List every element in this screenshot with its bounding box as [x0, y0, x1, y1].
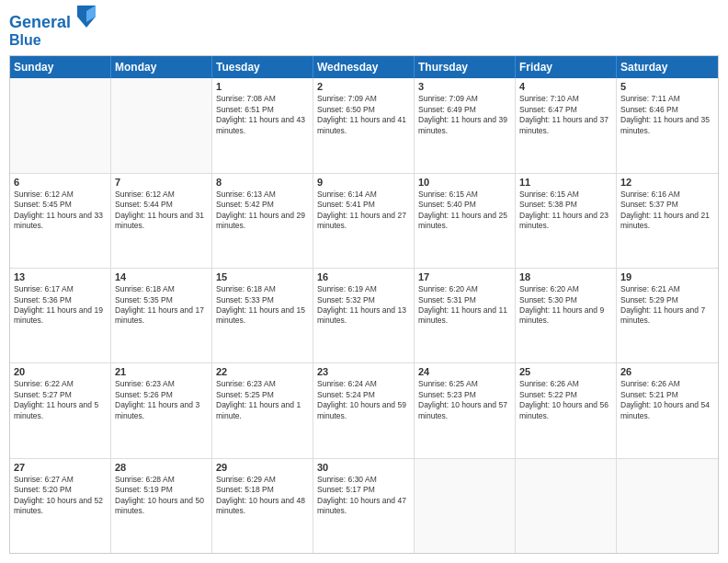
day-info: Sunrise: 6:28 AMSunset: 5:19 PMDaylight:…: [115, 475, 208, 517]
header-day-thursday: Thursday: [415, 56, 516, 78]
day-number: 10: [418, 177, 511, 188]
day-number: 6: [14, 177, 107, 188]
day-cell-14: 14Sunrise: 6:18 AMSunset: 5:35 PMDayligh…: [111, 269, 212, 362]
day-number: 25: [519, 366, 612, 377]
day-cell-18: 18Sunrise: 6:20 AMSunset: 5:30 PMDayligh…: [516, 269, 617, 362]
day-number: 22: [216, 366, 309, 377]
empty-cell: [415, 459, 516, 553]
day-cell-3: 3Sunrise: 7:09 AMSunset: 6:49 PMDaylight…: [415, 78, 516, 172]
day-cell-9: 9Sunrise: 6:14 AMSunset: 5:41 PMDaylight…: [313, 174, 415, 268]
day-info: Sunrise: 6:19 AMSunset: 5:32 PMDaylight:…: [317, 284, 410, 327]
day-number: 30: [317, 462, 410, 473]
day-number: 7: [115, 177, 208, 188]
day-number: 4: [519, 81, 612, 92]
day-number: 12: [620, 177, 714, 188]
header: General Blue: [9, 9, 719, 48]
header-day-sunday: Sunday: [10, 56, 111, 78]
page: General Blue SundayMondayTuesdayWednesda…: [0, 0, 728, 563]
day-number: 18: [519, 271, 612, 282]
day-number: 20: [14, 366, 107, 377]
day-cell-17: 17Sunrise: 6:20 AMSunset: 5:31 PMDayligh…: [415, 269, 516, 362]
day-info: Sunrise: 6:20 AMSunset: 5:31 PMDaylight:…: [418, 284, 511, 327]
day-info: Sunrise: 7:10 AMSunset: 6:47 PMDaylight:…: [519, 94, 612, 136]
day-info: Sunrise: 6:29 AMSunset: 5:18 PMDaylight:…: [216, 475, 309, 517]
logo: General Blue: [9, 9, 96, 48]
day-cell-4: 4Sunrise: 7:10 AMSunset: 6:47 PMDaylight…: [516, 78, 617, 172]
day-info: Sunrise: 6:22 AMSunset: 5:27 PMDaylight:…: [14, 379, 107, 421]
day-number: 21: [115, 366, 208, 377]
day-cell-15: 15Sunrise: 6:18 AMSunset: 5:33 PMDayligh…: [212, 269, 313, 362]
day-cell-30: 30Sunrise: 6:30 AMSunset: 5:17 PMDayligh…: [313, 459, 415, 553]
calendar-row-1: 1Sunrise: 7:08 AMSunset: 6:51 PMDaylight…: [10, 78, 718, 173]
day-info: Sunrise: 7:08 AMSunset: 6:51 PMDaylight:…: [216, 94, 309, 136]
day-info: Sunrise: 6:23 AMSunset: 5:25 PMDaylight:…: [216, 379, 309, 421]
logo-text: General: [9, 9, 96, 32]
day-info: Sunrise: 6:18 AMSunset: 5:35 PMDaylight:…: [115, 284, 208, 327]
day-cell-8: 8Sunrise: 6:13 AMSunset: 5:42 PMDaylight…: [212, 174, 313, 268]
day-cell-27: 27Sunrise: 6:27 AMSunset: 5:20 PMDayligh…: [10, 459, 111, 553]
day-cell-24: 24Sunrise: 6:25 AMSunset: 5:23 PMDayligh…: [415, 363, 516, 457]
header-day-tuesday: Tuesday: [212, 56, 313, 78]
calendar-body: 1Sunrise: 7:08 AMSunset: 6:51 PMDaylight…: [10, 78, 718, 553]
day-cell-29: 29Sunrise: 6:29 AMSunset: 5:18 PMDayligh…: [212, 459, 313, 553]
day-cell-2: 2Sunrise: 7:09 AMSunset: 6:50 PMDaylight…: [313, 78, 415, 172]
day-number: 28: [115, 462, 208, 473]
calendar-row-5: 27Sunrise: 6:27 AMSunset: 5:20 PMDayligh…: [10, 459, 718, 553]
day-number: 8: [216, 177, 309, 188]
day-info: Sunrise: 6:16 AMSunset: 5:37 PMDaylight:…: [620, 190, 714, 232]
day-number: 19: [620, 271, 714, 282]
day-info: Sunrise: 6:12 AMSunset: 5:45 PMDaylight:…: [14, 190, 107, 232]
day-number: 17: [418, 271, 511, 282]
day-cell-12: 12Sunrise: 6:16 AMSunset: 5:37 PMDayligh…: [617, 174, 718, 268]
day-number: 1: [216, 81, 309, 92]
day-info: Sunrise: 7:09 AMSunset: 6:49 PMDaylight:…: [418, 94, 511, 136]
day-number: 27: [14, 462, 107, 473]
day-number: 5: [620, 81, 714, 92]
day-cell-1: 1Sunrise: 7:08 AMSunset: 6:51 PMDaylight…: [212, 78, 313, 172]
day-cell-26: 26Sunrise: 6:26 AMSunset: 5:21 PMDayligh…: [617, 363, 718, 457]
day-cell-19: 19Sunrise: 6:21 AMSunset: 5:29 PMDayligh…: [617, 269, 718, 362]
logo-blue: Blue: [9, 32, 96, 49]
day-info: Sunrise: 6:24 AMSunset: 5:24 PMDaylight:…: [317, 379, 410, 421]
day-info: Sunrise: 7:09 AMSunset: 6:50 PMDaylight:…: [317, 94, 410, 136]
header-day-monday: Monday: [111, 56, 212, 78]
day-info: Sunrise: 6:15 AMSunset: 5:38 PMDaylight:…: [519, 190, 612, 232]
day-number: 23: [317, 366, 410, 377]
day-info: Sunrise: 6:25 AMSunset: 5:23 PMDaylight:…: [418, 379, 511, 421]
day-info: Sunrise: 6:18 AMSunset: 5:33 PMDaylight:…: [216, 284, 309, 327]
calendar-row-3: 13Sunrise: 6:17 AMSunset: 5:36 PMDayligh…: [10, 269, 718, 363]
logo-icon: [77, 6, 96, 28]
empty-cell: [111, 78, 212, 172]
day-cell-25: 25Sunrise: 6:26 AMSunset: 5:22 PMDayligh…: [516, 363, 617, 457]
day-number: 14: [115, 271, 208, 282]
empty-cell: [10, 78, 111, 172]
day-info: Sunrise: 6:30 AMSunset: 5:17 PMDaylight:…: [317, 475, 410, 517]
calendar-row-4: 20Sunrise: 6:22 AMSunset: 5:27 PMDayligh…: [10, 363, 718, 458]
day-cell-6: 6Sunrise: 6:12 AMSunset: 5:45 PMDaylight…: [10, 174, 111, 268]
day-number: 3: [418, 81, 511, 92]
day-cell-20: 20Sunrise: 6:22 AMSunset: 5:27 PMDayligh…: [10, 363, 111, 457]
day-info: Sunrise: 6:14 AMSunset: 5:41 PMDaylight:…: [317, 190, 410, 232]
day-cell-13: 13Sunrise: 6:17 AMSunset: 5:36 PMDayligh…: [10, 269, 111, 362]
day-cell-16: 16Sunrise: 6:19 AMSunset: 5:32 PMDayligh…: [313, 269, 415, 362]
day-cell-5: 5Sunrise: 7:11 AMSunset: 6:46 PMDaylight…: [617, 78, 718, 172]
logo-general: General: [9, 13, 71, 31]
day-info: Sunrise: 6:21 AMSunset: 5:29 PMDaylight:…: [620, 284, 714, 327]
day-info: Sunrise: 6:17 AMSunset: 5:36 PMDaylight:…: [14, 284, 107, 327]
header-day-saturday: Saturday: [617, 56, 718, 78]
day-info: Sunrise: 6:27 AMSunset: 5:20 PMDaylight:…: [14, 475, 107, 517]
day-info: Sunrise: 6:20 AMSunset: 5:30 PMDaylight:…: [519, 284, 612, 327]
day-cell-28: 28Sunrise: 6:28 AMSunset: 5:19 PMDayligh…: [111, 459, 212, 553]
day-number: 13: [14, 271, 107, 282]
header-day-friday: Friday: [516, 56, 617, 78]
day-number: 9: [317, 177, 410, 188]
day-info: Sunrise: 6:13 AMSunset: 5:42 PMDaylight:…: [216, 190, 309, 232]
day-number: 15: [216, 271, 309, 282]
day-cell-10: 10Sunrise: 6:15 AMSunset: 5:40 PMDayligh…: [415, 174, 516, 268]
empty-cell: [617, 459, 718, 553]
day-number: 24: [418, 366, 511, 377]
header-day-wednesday: Wednesday: [313, 56, 415, 78]
day-cell-22: 22Sunrise: 6:23 AMSunset: 5:25 PMDayligh…: [212, 363, 313, 457]
day-info: Sunrise: 6:26 AMSunset: 5:22 PMDaylight:…: [519, 379, 612, 421]
calendar-row-2: 6Sunrise: 6:12 AMSunset: 5:45 PMDaylight…: [10, 174, 718, 269]
